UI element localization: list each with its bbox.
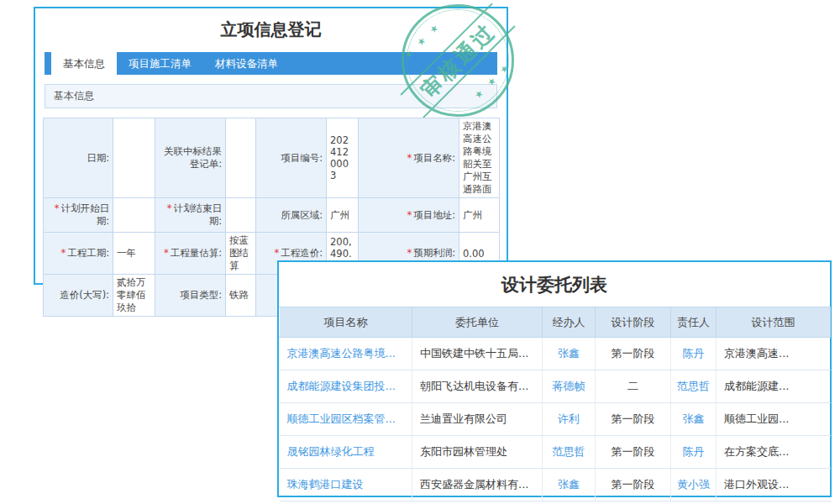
responsible-person-link[interactable]: 陈丹 (683, 445, 705, 458)
field-value-project-number: 2024120003 (327, 118, 359, 198)
responsible-person-link[interactable]: 陈丹 (683, 347, 705, 360)
tab-bar: 基本信息 项目施工清单 材料设备清单 (45, 52, 497, 75)
required-star: * (167, 202, 172, 214)
field-label-date: 日期: (44, 118, 113, 198)
field-value-quantity-estimate: 按蓝图结算 (226, 233, 256, 275)
required-star: * (274, 247, 279, 259)
field-label-project-name: *项目名称: (359, 118, 459, 198)
field-label-cost-in-words: 造价(大写): (44, 275, 113, 317)
table-row: 晟铭园林绿化工程 东阳市园林管理处 范思哲 第一阶段 陈丹 在方案交底... (280, 436, 831, 469)
responsible-person-link[interactable]: 张鑫 (683, 412, 705, 425)
design-scope-cell: 在方案交底... (717, 436, 831, 469)
field-value-cost-in-words: 贰拾万零肆佰玖拾 (113, 275, 155, 317)
design-list-table: 项目名称 委托单位 经办人 设计阶段 责任人 设计范围 京港澳高速公路粤境...… (279, 307, 831, 501)
handler-link[interactable]: 范思哲 (553, 445, 585, 458)
design-scope-cell: 成都能源建... (717, 370, 831, 403)
field-value-linked-bid-result (226, 118, 256, 198)
col-header-entrusting-unit: 委托单位 (412, 307, 543, 338)
field-label-project-address: *项目地址: (359, 198, 459, 233)
handler-link[interactable]: 张鑫 (558, 347, 580, 360)
field-value-date (113, 118, 155, 198)
entrusting-unit-cell: 中国铁建中铁十五局... (412, 338, 543, 370)
handler-link[interactable]: 许利 (558, 412, 580, 425)
field-value-project-type: 铁路 (226, 275, 256, 317)
tab-construction-list[interactable]: 项目施工清单 (117, 52, 203, 75)
entrusting-unit-cell: 兰迪置业有限公司 (412, 403, 543, 436)
design-scope-cell: 港口外观设... (717, 469, 831, 501)
responsible-person-link[interactable]: 黄小强 (677, 478, 710, 491)
tab-basic-info[interactable]: 基本信息 (51, 52, 117, 75)
registration-panel: 立项信息登记 基本信息 项目施工清单 材料设备清单 基本信息 日期: 关联中标结… (34, 7, 508, 285)
col-header-handler: 经办人 (543, 307, 596, 338)
field-label-linked-bid-result: 关联中标结果登记单: (155, 118, 226, 198)
design-stage-cell: 二 (596, 370, 671, 403)
field-value-project-name: 京港澳高速公路粤境韶关至广州互通路面 (459, 118, 500, 198)
required-star: * (407, 152, 412, 164)
field-value-project-address: 广州 (459, 198, 500, 233)
screen: { "registration_panel": { "title": "立项信息… (0, 0, 840, 504)
field-label-plan-start-date: *计划开始日期: (44, 198, 113, 233)
responsible-person-link[interactable]: 范思哲 (677, 380, 710, 392)
required-star: * (164, 247, 169, 259)
field-label-region: 所属区域: (256, 198, 327, 233)
table-row: 珠海鹤港口建设 西安盛器金属材料有... 张鑫 第一阶段 黄小强 港口外观设..… (280, 469, 831, 501)
project-name-link[interactable]: 顺德工业园区档案管... (287, 412, 396, 425)
field-label-project-duration: *工程工期: (44, 233, 113, 275)
design-stage-cell: 第一阶段 (596, 403, 671, 436)
col-header-project-name: 项目名称 (280, 307, 412, 338)
field-label-project-number: 项目编号: (256, 118, 327, 198)
field-value-project-duration: 一年 (113, 233, 155, 275)
registration-panel-title: 立项信息登记 (35, 18, 507, 41)
required-star: * (407, 247, 412, 259)
required-star: * (407, 209, 412, 221)
entrusting-unit-cell: 朝阳飞达机电设备有... (412, 370, 543, 403)
field-value-region: 广州 (327, 198, 359, 233)
field-label-quantity-estimate: *工程量估算: (155, 233, 226, 275)
required-star: * (60, 247, 66, 259)
table-row: 京港澳高速公路粤境... 中国铁建中铁十五局... 张鑫 第一阶段 陈丹 京港澳… (280, 338, 831, 370)
design-list-header-row: 项目名称 委托单位 经办人 设计阶段 责任人 设计范围 (280, 307, 831, 338)
design-scope-cell: 顺德工业园... (717, 403, 831, 436)
project-name-link[interactable]: 珠海鹤港口建设 (287, 478, 364, 491)
section-header-basic-info: 基本信息 (45, 84, 497, 108)
handler-link[interactable]: 蒋德帧 (553, 380, 585, 392)
col-header-design-stage: 设计阶段 (596, 307, 671, 338)
col-header-responsible-person: 责任人 (671, 307, 717, 338)
col-header-design-scope: 设计范围 (717, 307, 831, 338)
entrusting-unit-cell: 东阳市园林管理处 (412, 436, 543, 469)
design-stage-cell: 第一阶段 (596, 338, 671, 370)
form-row: *计划开始日期: *计划结束日期: 所属区域: 广州 *项目地址: 广州 (44, 198, 500, 233)
entrusting-unit-cell: 西安盛器金属材料有... (412, 469, 543, 501)
required-star: * (55, 202, 60, 214)
field-value-plan-end-date (226, 198, 256, 233)
field-label-project-type: 项目类型: (155, 275, 226, 317)
project-name-link[interactable]: 晟铭园林绿化工程 (287, 445, 375, 458)
project-name-link[interactable]: 成都能源建设集团投... (287, 380, 396, 392)
design-scope-cell: 京港澳高速... (717, 338, 831, 370)
table-row: 顺德工业园区档案管... 兰迪置业有限公司 许利 第一阶段 张鑫 顺德工业园..… (280, 403, 831, 436)
field-value-plan-start-date (113, 198, 155, 233)
design-list-panel: 设计委托列表 项目名称 委托单位 经办人 设计阶段 责任人 设计范围 京港澳高速… (277, 260, 832, 497)
tab-material-equipment-list[interactable]: 材料设备清单 (203, 52, 290, 75)
field-label-plan-end-date: *计划结束日期: (155, 198, 226, 233)
project-name-link[interactable]: 京港澳高速公路粤境... (287, 347, 396, 360)
design-list-title: 设计委托列表 (279, 262, 830, 307)
design-stage-cell: 第一阶段 (596, 436, 671, 469)
design-stage-cell: 第一阶段 (596, 469, 671, 501)
form-row: 日期: 关联中标结果登记单: 项目编号: 2024120003 *项目名称: 京… (44, 118, 500, 198)
table-row: 成都能源建设集团投... 朝阳飞达机电设备有... 蒋德帧 二 范思哲 成都能源… (280, 370, 831, 403)
handler-link[interactable]: 张鑫 (558, 478, 580, 491)
